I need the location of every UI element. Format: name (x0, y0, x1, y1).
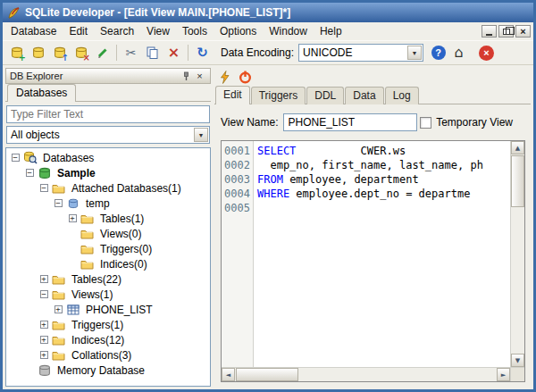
tree-item-databases[interactable]: −Databases (8, 150, 210, 165)
horizontal-scrollbar[interactable]: ◄ ► (222, 367, 510, 381)
table-icon (65, 303, 80, 316)
pin-icon[interactable] (180, 70, 193, 82)
line-number: 0002 (224, 158, 251, 172)
temporary-view-checkbox[interactable] (420, 117, 431, 129)
temporary-view-control: Temporary View (420, 116, 513, 129)
filter-input[interactable] (6, 105, 210, 123)
menu-database[interactable]: Database (4, 23, 63, 39)
toolbar-separator (116, 45, 117, 61)
exit-icon[interactable]: × (476, 43, 497, 63)
menu-search[interactable]: Search (94, 23, 140, 39)
tab-databases[interactable]: Databases (7, 84, 76, 102)
code-line: WHERE employee.dept_no = departme (257, 187, 510, 201)
new-database-icon[interactable]: + (6, 43, 27, 63)
tree-item-attached-databases-1[interactable]: −Attached Databases(1) (8, 180, 210, 196)
tab-ddl[interactable]: DDL (306, 87, 344, 104)
minimize-button[interactable] (482, 25, 497, 38)
tree-item-temp[interactable]: −temp (8, 196, 210, 211)
scroll-right-icon[interactable]: ► (497, 368, 510, 381)
expand-icon[interactable]: + (40, 321, 48, 329)
collapse-icon[interactable]: − (40, 184, 48, 192)
data-encoding-combobox[interactable]: UNICODE ▼ (298, 44, 423, 62)
tree-item-label: Tables(1) (97, 213, 147, 225)
tab-log[interactable]: Log (385, 87, 419, 104)
collapse-icon[interactable]: − (54, 199, 63, 207)
tab-triggers[interactable]: Triggers (251, 87, 306, 104)
expand-icon[interactable]: + (40, 336, 48, 344)
editor-code[interactable]: SELECT CWER.ws emp_no, first_name, last_… (254, 141, 510, 367)
home-icon[interactable]: ⌂ (448, 43, 469, 63)
tree-item-triggers-0[interactable]: Triggers(0) (8, 241, 210, 256)
horizontal-scroll-thumb[interactable] (236, 368, 298, 381)
main-toolbar: +↑×✂×↻ Data Encoding: UNICODE ▼ ?⌂× (3, 40, 533, 65)
folder-icon (80, 257, 95, 271)
menu-options[interactable]: Options (214, 23, 263, 39)
explorer-tabrow: Databases (5, 84, 211, 102)
chevron-down-icon[interactable]: ▼ (407, 46, 422, 60)
folder-icon (51, 318, 66, 331)
refresh-icon[interactable]: ↻ (192, 43, 213, 63)
scroll-left-icon[interactable]: ◄ (222, 368, 235, 381)
copy-icon[interactable] (142, 43, 163, 63)
detach-database-icon[interactable]: × (71, 43, 91, 63)
close-panel-icon[interactable]: × (193, 70, 206, 82)
tab-edit[interactable]: Edit (215, 86, 250, 104)
code-line: FROM employee, department (257, 172, 510, 187)
menu-edit[interactable]: Edit (63, 23, 94, 39)
scroll-down-icon[interactable]: ▼ (511, 354, 524, 367)
close-button[interactable]: × (515, 25, 531, 38)
attach-database-icon[interactable]: ↑ (49, 43, 70, 63)
delete-icon[interactable]: × (163, 43, 184, 63)
restore-button[interactable] (498, 25, 514, 38)
restore-icon (503, 29, 510, 35)
db-explorer-title: DB Explorer (10, 71, 63, 81)
expand-icon[interactable]: + (40, 351, 48, 359)
tree-item-views-0[interactable]: Views(0) (8, 226, 210, 241)
expand-icon[interactable]: + (54, 305, 63, 313)
expand-icon[interactable]: + (40, 275, 48, 283)
object-filter-combobox[interactable]: All objects ▼ (6, 126, 210, 144)
chevron-down-icon[interactable]: ▼ (194, 128, 208, 142)
tab-data[interactable]: Data (345, 87, 383, 104)
tree-item-memory-database[interactable]: Memory Database (8, 363, 210, 378)
tree-item-label: Tables(22) (69, 273, 124, 286)
tree-item-collations-3[interactable]: +Collations(3) (8, 347, 210, 363)
tree-item-triggers-1[interactable]: +Triggers(1) (8, 317, 210, 332)
collapse-icon[interactable]: − (40, 290, 48, 298)
tree-item-label: Triggers(0) (97, 243, 155, 255)
scroll-up-icon[interactable]: ▲ (511, 141, 524, 154)
tree-item-label: Triggers(1) (69, 319, 126, 331)
menu-view[interactable]: View (140, 23, 176, 39)
editor-gutter: 00010002000300040005 (222, 141, 254, 367)
minimize-icon (486, 34, 492, 36)
tree-item-tables-22[interactable]: +Tables(22) (8, 271, 210, 287)
line-number: 0005 (224, 201, 251, 215)
tree-item-indices-0[interactable]: Indices(0) (8, 256, 210, 271)
collapse-icon[interactable]: − (26, 169, 34, 177)
tree-item-sample[interactable]: −Sample (8, 165, 210, 180)
line-number: 0001 (224, 144, 251, 158)
menu-help[interactable]: Help (314, 23, 348, 39)
tree-item-label: PHONE_LIST (83, 304, 155, 316)
power-icon[interactable] (237, 69, 254, 85)
folder-icon (51, 333, 66, 346)
help-icon[interactable]: ? (428, 43, 448, 63)
menu-tools[interactable]: Tools (176, 23, 214, 39)
open-database-icon[interactable] (28, 43, 48, 63)
expand-icon[interactable]: + (69, 214, 77, 222)
menu-window[interactable]: Window (263, 23, 314, 39)
tree-item-indices-12[interactable]: +Indices(12) (8, 332, 210, 347)
collapse-icon[interactable]: − (12, 154, 20, 162)
tree-item-views-1[interactable]: −Views(1) (8, 287, 210, 302)
edit-icon[interactable] (92, 43, 113, 63)
tree-item-tables-1[interactable]: +Tables(1) (8, 211, 210, 226)
tree-item-phone-list[interactable]: +PHONE_LIST (8, 302, 210, 317)
vertical-scrollbar[interactable]: ▲ ▼ (510, 141, 524, 367)
database-tree[interactable]: −Databases−Sample−Attached Databases(1)−… (5, 147, 211, 387)
vertical-scroll-thumb[interactable] (511, 155, 524, 207)
view-name-input[interactable] (283, 113, 417, 131)
tree-item-label: Views(1) (69, 288, 115, 301)
close-icon: × (520, 27, 525, 37)
execute-icon[interactable] (216, 69, 233, 85)
cut-icon[interactable]: ✂ (121, 43, 141, 63)
